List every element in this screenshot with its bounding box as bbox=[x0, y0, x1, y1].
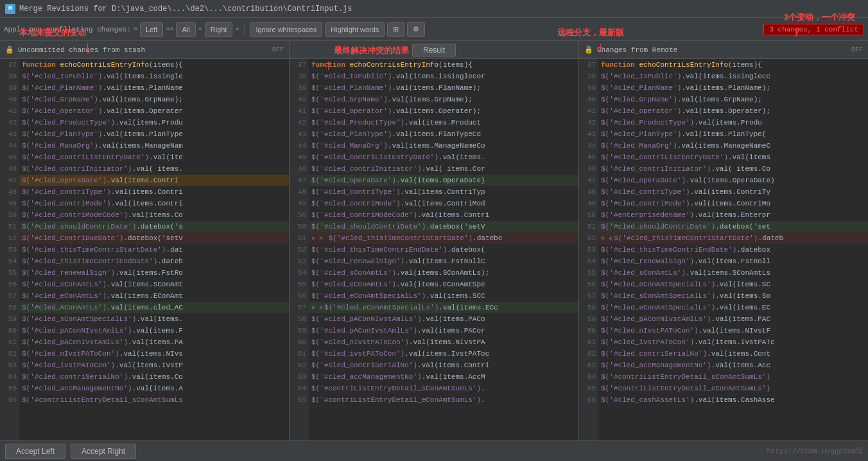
all-btn[interactable]: All bbox=[176, 22, 195, 37]
code-line: $('#cled_ivstPAToCon').val(items.IvstP bbox=[19, 360, 289, 371]
code-line: $('#cled_sConAmtSpecialLs').val(items.So bbox=[598, 290, 868, 302]
title-bar: M Merge Revisions for D:\java_code\...\d… bbox=[0, 0, 868, 18]
code-line: $('#cled_PlanName').val(items.PlanName); bbox=[309, 82, 578, 94]
code-line: $('#contriListEntryDetail_sConAmtSumLs') bbox=[598, 371, 868, 383]
code-line: $('#cled_contriInitiator').val( items.Co… bbox=[309, 163, 578, 175]
highlight-words-btn[interactable]: Highlight words bbox=[325, 22, 385, 37]
left-line-numbers: 373839 404142 434445 464748 495051 52535… bbox=[0, 59, 19, 440]
code-line: $('#cled_contriMode').val(items.Contri bbox=[19, 198, 289, 209]
columns-btn[interactable]: ⊞ bbox=[387, 22, 404, 37]
code-line: $('#cled_PlanName').val(items.PlanName); bbox=[598, 82, 868, 94]
result-header: Result bbox=[290, 41, 578, 59]
code-line: $('#cled_contriType').val(items.Contri bbox=[19, 186, 289, 198]
code-line: function echoContriLsEntryInfo(items){ bbox=[598, 59, 868, 71]
code-line: $('#cled_sConAmtLs').val(items.SConAmt bbox=[19, 279, 289, 290]
left-btn[interactable]: Left bbox=[140, 22, 163, 37]
code-line: $('#cled_contriModeCode').val(items.Co bbox=[19, 209, 289, 221]
conflict-badge: 3 changes, 1 conflict bbox=[763, 24, 864, 35]
code-line: $('#cled_contriListEntryDate').val(ite bbox=[19, 152, 289, 163]
code-line: $('#cled_ManaOrg').val(items.ManageNameC bbox=[598, 140, 868, 152]
code-line: $('#cled_contriMode').val(items.ContriMo bbox=[598, 198, 868, 209]
code-line: $('#cled_renewalSign').val(items.FstRoll… bbox=[309, 256, 578, 267]
lock-icon-left: 🔒 bbox=[5, 46, 14, 54]
ignore-whitespace-btn[interactable]: Ignore whitespaces bbox=[250, 22, 322, 37]
code-line: $('#cled_accManagementNo').val(items.Acc… bbox=[309, 371, 578, 383]
code-line: $('#cled_PlanType').val(items.PlanType bbox=[19, 128, 289, 140]
code-line: $('#cled_nIvstPAToCon').val(items.NIvstP… bbox=[309, 336, 578, 348]
toolbar: Apply non-conflicting changes: » Left «»… bbox=[0, 18, 868, 41]
code-line: $('#cled_renewalSign').val(items.FstRo bbox=[19, 267, 289, 279]
code-line: $('#cled_contriType').val(items.ContriTy… bbox=[309, 186, 578, 198]
code-line: $('#cled_IsPublic').val(items.issinglecc bbox=[598, 71, 868, 82]
title-text: Merge Revisions for D:\java_code\...\de2… bbox=[19, 4, 352, 13]
code-line: $('#cled_nIvstPAToCon').val(items.NIvs bbox=[19, 348, 289, 360]
right-off-label: OFF bbox=[851, 46, 863, 53]
separator1 bbox=[244, 23, 245, 36]
code-line: $('#cled_operaDate').val(items.OperaDate… bbox=[598, 175, 868, 186]
code-line: $('#cled_contriInitiator').val( items.Co bbox=[598, 163, 868, 175]
right-btn[interactable]: Right bbox=[205, 22, 233, 37]
code-line: $('#cled_contriType').val(items.ContriTy bbox=[598, 186, 868, 198]
code-line: $('#cled_ManaOrg').val(items.ManageNam bbox=[19, 140, 289, 152]
code-line: function echoContriLsEntryInfo(items){ bbox=[309, 59, 578, 71]
code-line: $('#cled_sConAmtSpecialLs').val(items. bbox=[19, 313, 289, 325]
right-code-content: function echoContriLsEntryInfo(items){ $… bbox=[598, 59, 868, 440]
code-line: $('#cled_accManagementNo').val(items.Acc bbox=[598, 360, 868, 371]
code-line: $('#cled_IsPublic').val(items.issingleco… bbox=[309, 71, 578, 82]
right-arrows2: » bbox=[235, 26, 239, 33]
apply-label: Apply non-conflicting changes: bbox=[4, 26, 131, 33]
code-line-diff: $('#cled_shouldContriDate').datebox('set bbox=[598, 221, 868, 232]
code-line: $('#cled_sConAmtLs').val(items.SConAmtLs bbox=[598, 267, 868, 279]
code-line: $('#cled_PlanType').val(items.PlanTypeCo bbox=[309, 128, 578, 140]
code-line: $('#cled_PlanName').val(items.PlanName bbox=[19, 82, 289, 94]
settings-btn[interactable]: ⚙ bbox=[407, 22, 425, 37]
code-line: $('#cled_sConAmtLs').val(items.SConAmtLs… bbox=[309, 267, 578, 279]
accept-left-btn[interactable]: Accept Left bbox=[5, 444, 65, 459]
code-line: $('#contriListEntryDetail_eConAmtSumLs') bbox=[598, 383, 868, 394]
code-line-diff: $('#cled_shouldContriDate').datebox('s bbox=[19, 221, 289, 232]
code-line-conflict: $('#cled_operaDate').val(items.Contri bbox=[19, 175, 289, 186]
center-panel: Result 373839 404142 434445 464748 49505… bbox=[290, 41, 579, 440]
code-line: $('#cled_contriSerialNo').val(items.Cont… bbox=[309, 360, 578, 371]
right-panel-header: 🔒 Changes from Remote OFF bbox=[579, 41, 868, 59]
code-line: $('#cled_cashAssetLs').val(items.CashAss… bbox=[598, 394, 868, 406]
code-line-diff: $('#cled_AConAmtLs').val(items.cled_AC bbox=[19, 302, 289, 313]
code-line-diff: $('#cled_shouldContriDate').datebox('set… bbox=[309, 221, 578, 232]
result-btn[interactable]: Result bbox=[412, 44, 456, 57]
accept-right-btn[interactable]: Accept Right bbox=[71, 444, 136, 459]
code-line: $('#cled_thisTimeContriEndDate').dateb bbox=[19, 256, 289, 267]
right-panel: 🔒 Changes from Remote OFF 373839 404142 … bbox=[579, 41, 868, 440]
left-panel-title: Uncommitted changes from stash bbox=[18, 46, 145, 54]
code-line: $('#enterprisedename').val(items.Enterpr bbox=[598, 209, 868, 221]
right-panel-title: Changes from Remote bbox=[597, 46, 677, 54]
center-line-numbers: 373839 404142 434445 464748 495050 51525… bbox=[290, 59, 309, 440]
code-line-diff: ✕ »$('#cled_eConAmtSpecialLs').val(items… bbox=[309, 302, 578, 313]
code-line: $('#contriListEntryDetail_eConAmtSumLs')… bbox=[309, 394, 578, 406]
code-line: $('#cled_thisTimeContriEndDate').datebox bbox=[598, 244, 868, 256]
code-line: $('#cled_operator').val(items.Operater); bbox=[598, 105, 868, 117]
left-off-label: OFF bbox=[272, 46, 284, 53]
code-line: $('#cled_contriSerialNo').val(items.Co bbox=[19, 371, 289, 383]
code-line: $('#cled_eConAmtLs').val(items.EConAmtSp… bbox=[309, 279, 578, 290]
code-line: $('#cled_pAConNIvstAmlLs').val(items.PAC bbox=[598, 313, 868, 325]
code-line: $('#cled_PlanType').val(items.PlanType( bbox=[598, 128, 868, 140]
code-line: $('#contriListEntryDetail_sConAmtSumLs')… bbox=[309, 383, 578, 394]
left-panel: 🔒 Uncommitted changes from stash OFF 373… bbox=[0, 41, 290, 440]
code-line: $('#cled_renewalSign').val(items.FstRoll bbox=[598, 256, 868, 267]
code-line: $('#cled_contriSerialNo').val(items.Cont bbox=[598, 348, 868, 360]
code-line: $('#cled_eConAmtSpecialLs').val(items.EC bbox=[598, 302, 868, 313]
code-line: $('#cled_ProductType').val(items.Product bbox=[309, 117, 578, 128]
left-code-area: 373839 404142 434445 464748 495051 52535… bbox=[0, 59, 289, 440]
lock-icon-right: 🔒 bbox=[584, 46, 593, 54]
app-icon: M bbox=[5, 4, 15, 14]
main-area: 🔒 Uncommitted changes from stash OFF 373… bbox=[0, 41, 868, 440]
code-line-conflict: $('#cled_ContriDueDate').datebox('setV bbox=[19, 232, 289, 244]
code-line: $('#cled_contriMode').val(items.ContriMo… bbox=[309, 198, 578, 209]
code-line: $('#cled_eConAmtSpecialLs').val(items.SC… bbox=[309, 290, 578, 302]
code-line: $('#cled_contriModeCode').val(items.Cont… bbox=[309, 209, 578, 221]
code-line: $('#cled_ivstPAToCon').val(items.IvstPAT… bbox=[309, 348, 578, 360]
code-line: $('#cled_eConAmtLs').val(items.EConAmt bbox=[19, 290, 289, 302]
code-line: $('#contriListEntryDetail_sConAmtSumLs bbox=[19, 394, 289, 406]
code-line: $('#cled_ProductType').val(items.Produ bbox=[19, 117, 289, 128]
code-line: $('#cled_pAConIvstAmlLs').val(items.PA bbox=[19, 336, 289, 348]
